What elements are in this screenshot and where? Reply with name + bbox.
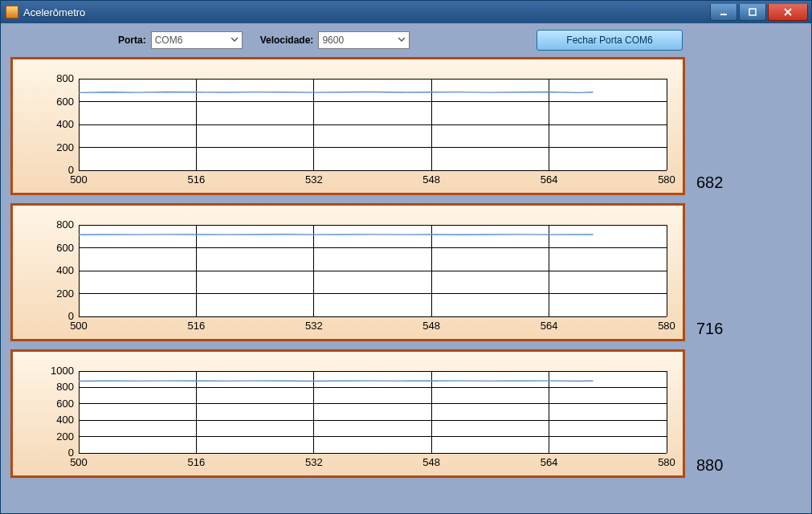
window-title: Acelerômetro <box>23 6 708 18</box>
svg-text:1000: 1000 <box>51 365 74 377</box>
speed-combo[interactable]: 9600 <box>318 31 410 49</box>
controls-bar: Porta: COM6 Velocidade: 9600 Fechar Port… <box>1 23 811 54</box>
app-window: Acelerômetro Porta: <box>0 0 812 514</box>
chart-row-2: 5005165325485645800200400600800 716 <box>10 203 802 341</box>
charts-container: 5005165325485645800200400600800 682 5005… <box>1 54 811 486</box>
svg-text:0: 0 <box>68 164 74 176</box>
svg-text:0: 0 <box>68 447 74 459</box>
svg-text:516: 516 <box>188 320 206 332</box>
svg-rect-50 <box>79 371 667 453</box>
svg-text:400: 400 <box>56 264 74 276</box>
svg-text:580: 580 <box>658 320 675 332</box>
maximize-icon <box>749 8 757 16</box>
svg-text:580: 580 <box>658 173 675 186</box>
minimize-button[interactable] <box>710 4 737 21</box>
svg-text:516: 516 <box>188 456 206 468</box>
app-icon <box>6 6 18 18</box>
chart-3-readout: 880 <box>696 456 745 475</box>
chart-row-3: 50051653254856458002004006008001000 880 <box>10 349 802 478</box>
svg-text:600: 600 <box>56 398 74 410</box>
svg-rect-0 <box>720 14 727 15</box>
svg-text:400: 400 <box>56 414 74 426</box>
svg-text:600: 600 <box>56 96 74 108</box>
svg-text:516: 516 <box>188 173 206 186</box>
minimize-icon <box>720 8 728 16</box>
chart-2-readout: 716 <box>696 320 745 338</box>
chart-1-plot: 5005165325485645800200400600800 <box>13 59 683 193</box>
close-port-button[interactable]: Fechar Porta COM6 <box>537 30 683 51</box>
close-button[interactable] <box>768 4 808 21</box>
svg-text:600: 600 <box>56 242 74 254</box>
svg-text:800: 800 <box>56 72 74 84</box>
speed-combo-value: 9600 <box>322 35 344 46</box>
svg-text:532: 532 <box>305 173 323 186</box>
port-combo-value: COM6 <box>155 35 183 46</box>
chart-1-readout: 682 <box>696 173 745 192</box>
maximize-button[interactable] <box>739 4 766 21</box>
svg-text:564: 564 <box>541 320 558 332</box>
chart-3: 50051653254856458002004006008001000 <box>10 349 685 478</box>
svg-text:548: 548 <box>422 456 440 468</box>
svg-text:400: 400 <box>56 118 74 130</box>
svg-text:200: 200 <box>56 430 74 443</box>
svg-text:580: 580 <box>658 456 675 468</box>
svg-text:0: 0 <box>68 310 74 322</box>
svg-text:532: 532 <box>305 456 323 468</box>
chart-2: 5005165325485645800200400600800 <box>10 203 685 341</box>
chart-row-1: 5005165325485645800200400600800 682 <box>10 57 802 195</box>
chart-1: 5005165325485645800200400600800 <box>10 57 685 195</box>
svg-text:800: 800 <box>56 218 74 230</box>
speed-label: Velocidade: <box>260 35 314 46</box>
svg-text:548: 548 <box>422 173 440 186</box>
chart-2-plot: 5005165325485645800200400600800 <box>13 206 683 339</box>
svg-text:200: 200 <box>56 141 74 153</box>
svg-text:564: 564 <box>541 456 558 468</box>
port-label: Porta: <box>118 35 146 46</box>
chart-3-plot: 50051653254856458002004006008001000 <box>13 352 683 475</box>
svg-text:564: 564 <box>541 173 558 186</box>
port-combo[interactable]: COM6 <box>151 31 243 49</box>
svg-text:800: 800 <box>56 381 74 393</box>
chevron-down-icon <box>396 34 407 45</box>
svg-text:548: 548 <box>422 320 440 332</box>
close-icon <box>784 8 792 16</box>
titlebar: Acelerômetro <box>1 1 811 23</box>
svg-text:200: 200 <box>56 288 74 300</box>
svg-line-2 <box>785 9 791 15</box>
svg-text:532: 532 <box>305 320 323 332</box>
svg-line-3 <box>785 9 791 15</box>
window-buttons <box>708 4 808 20</box>
svg-rect-1 <box>749 9 756 15</box>
chevron-down-icon <box>229 34 240 45</box>
